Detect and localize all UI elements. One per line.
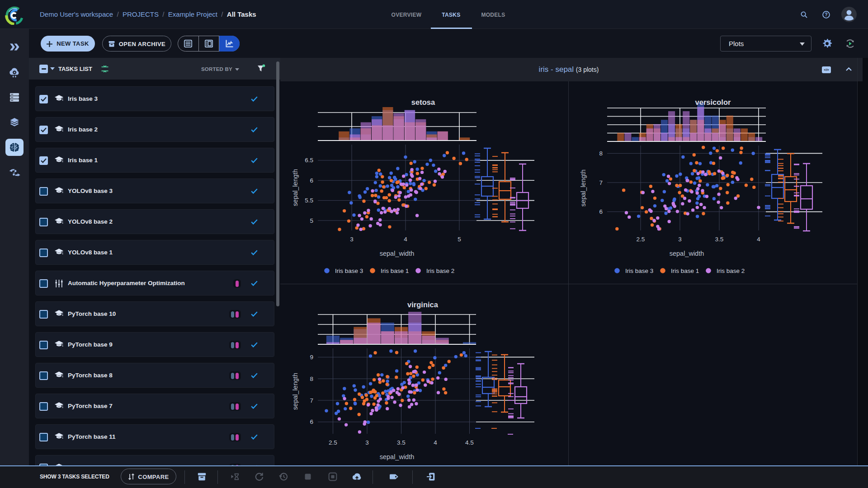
svg-text:Iris base 2: Iris base 2: [717, 267, 745, 274]
svg-text:sepal_length: sepal_length: [580, 169, 587, 206]
svg-text:versicolor: versicolor: [695, 98, 731, 106]
svg-text:5: 5: [458, 236, 461, 243]
svg-text:sepal_width: sepal_width: [380, 250, 415, 257]
svg-text:Iris base 3: Iris base 3: [625, 267, 653, 274]
svg-text:4: 4: [404, 236, 407, 243]
svg-text:3: 3: [678, 236, 682, 243]
svg-text:2.5: 2.5: [329, 439, 337, 446]
svg-text:6.5: 6.5: [305, 157, 313, 164]
svg-text:5.5: 5.5: [305, 197, 313, 204]
svg-text:6: 6: [310, 418, 313, 425]
svg-text:Iris base 3: Iris base 3: [335, 267, 363, 274]
svg-text:sepal_length: sepal_length: [292, 373, 299, 410]
svg-text:virginica: virginica: [407, 300, 439, 309]
svg-text:4.5: 4.5: [465, 439, 474, 446]
svg-text:7: 7: [599, 179, 603, 186]
svg-text:sepal_length: sepal_length: [292, 169, 299, 206]
svg-text:3.5: 3.5: [715, 236, 724, 243]
svg-text:Iris base 1: Iris base 1: [671, 267, 699, 274]
svg-text:setosa: setosa: [411, 98, 435, 106]
svg-text:4: 4: [434, 439, 437, 446]
svg-text:8: 8: [599, 150, 603, 157]
svg-text:3.5: 3.5: [397, 439, 406, 446]
svg-text:2.5: 2.5: [637, 236, 645, 243]
svg-text:?: ?: [825, 12, 827, 17]
svg-text:Iris base 2: Iris base 2: [426, 267, 454, 274]
svg-text:7: 7: [310, 397, 313, 404]
svg-text:sepal_width: sepal_width: [380, 453, 415, 460]
svg-text:6: 6: [599, 208, 603, 215]
svg-text:3: 3: [350, 236, 354, 243]
svg-text:6: 6: [310, 177, 313, 184]
svg-text:8: 8: [310, 375, 313, 382]
svg-text:5: 5: [310, 217, 313, 224]
svg-text:9: 9: [310, 354, 313, 361]
svg-text:4: 4: [757, 236, 760, 243]
svg-text:Iris base 1: Iris base 1: [381, 267, 409, 274]
svg-text:3: 3: [365, 439, 369, 446]
svg-text:sepal_width: sepal_width: [670, 250, 704, 257]
